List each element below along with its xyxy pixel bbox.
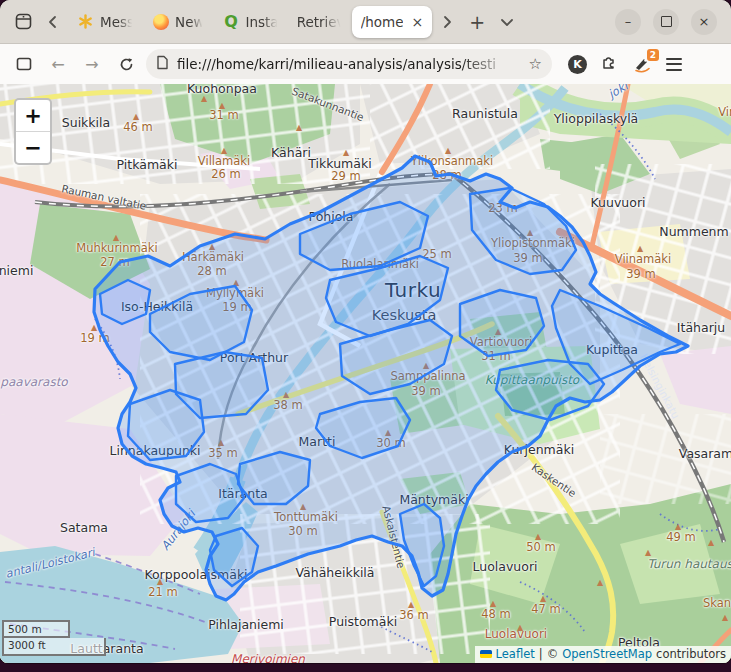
url-bar[interactable]: file:///home/karri/milieau-analysis/anal… — [146, 49, 552, 79]
extensions-area: K 2 — [558, 53, 686, 75]
map-label: Luolavuori — [485, 627, 547, 641]
map-label: 19 m — [222, 300, 252, 314]
map-label: 29 m — [331, 169, 361, 183]
map-label: 50 m — [526, 540, 556, 554]
map-label: 31 m — [209, 108, 239, 122]
map-label: 21 m — [148, 585, 178, 599]
firefox-view-icon[interactable] — [8, 7, 38, 37]
tab-label: /home — [361, 14, 404, 30]
forward-button[interactable]: → — [78, 50, 106, 78]
map-label: Kuuvuori — [591, 195, 646, 210]
map-label: Satakunnantie — [290, 85, 365, 123]
tab-close-icon[interactable]: × — [411, 15, 423, 29]
extension-badge: 2 — [647, 49, 659, 61]
tab-label: Retrievin — [297, 14, 343, 30]
map-label: Vasaram — [679, 446, 731, 461]
menu-icon[interactable] — [666, 58, 682, 71]
leaflet-map[interactable]: KuohonpaaSuikkila46 m31 mPitkämäkiVillam… — [0, 84, 731, 663]
list-tabs-icon[interactable] — [492, 7, 522, 37]
peak-icon: ▲ — [722, 613, 728, 622]
scale-control: 500 m 3000 ft — [2, 620, 106, 656]
map-label: Vartiovuori — [470, 335, 533, 349]
tab-messages[interactable]: Mess — [68, 6, 143, 38]
leaflet-link[interactable]: Leaflet — [496, 647, 535, 661]
back-button[interactable]: ← — [44, 50, 72, 78]
attribution-separator: | — [539, 647, 543, 661]
peak-icon: ▲ — [133, 112, 139, 121]
map-label: Turku — [385, 278, 441, 302]
map-label: antali/Loistokari — [4, 545, 96, 581]
map-label: 47 m — [531, 602, 561, 616]
reload-button[interactable] — [112, 50, 140, 78]
analysis-polygon-overlay — [0, 84, 731, 663]
peak-icon: ▲ — [218, 438, 224, 447]
peak-icon: ▲ — [209, 242, 215, 251]
map-label: 30 m — [288, 524, 318, 538]
peak-icon: ▲ — [296, 123, 302, 132]
attribution-control: Leaflet | © OpenStreetMap contributors — [475, 646, 731, 663]
map-label: Villamäki — [198, 154, 250, 168]
map-label: Itäranta — [218, 486, 268, 501]
tab-retrieving[interactable]: Retrievin — [288, 6, 352, 38]
map-label: Yliopistonmäki — [491, 236, 575, 250]
map-label: Pihlajaniemi — [208, 617, 284, 632]
url-text[interactable]: file:///home/karri/milieau-analysis/anal… — [177, 56, 521, 72]
map-label: 38 m — [273, 398, 303, 412]
peak-icon: ▲ — [445, 146, 451, 155]
map-label: Viinamäki — [615, 252, 671, 266]
map-label: joki — [606, 84, 630, 101]
map-label: Vir — [718, 105, 731, 119]
map-label: Ylikonsanmaki — [411, 154, 493, 168]
navigation-toolbar: ← → file:///home/karri/milieau-analysis/… — [0, 44, 731, 84]
map-label: Merivoimien — [231, 652, 305, 663]
asterisk-icon — [77, 13, 94, 30]
openstreetmap-link[interactable]: OpenStreetMap — [562, 647, 652, 661]
map-label: Port Arthur — [220, 350, 288, 365]
map-label: Iso-Heikkilä — [121, 299, 193, 314]
peak-icon: ▲ — [490, 599, 496, 608]
map-label: 35 m — [208, 446, 238, 460]
map-label: Muhkurinmäki — [76, 241, 157, 255]
zoom-in-button[interactable]: + — [16, 100, 50, 132]
map-label: Askaistentie — [380, 504, 407, 569]
ukraine-flag-icon — [480, 650, 492, 658]
peak-icon: ▲ — [535, 532, 541, 541]
map-label: 26 m — [211, 167, 241, 181]
tab-qgis[interactable]: Q Insta — [213, 6, 287, 38]
peak-icon: ▲ — [219, 101, 225, 110]
map-label: Pohjola — [309, 209, 354, 224]
map-label: Nummenm — [659, 224, 728, 239]
bookmark-star-icon[interactable]: ☆ — [529, 55, 542, 73]
extensions-puzzle-icon[interactable] — [600, 53, 618, 75]
maximize-button[interactable] — [653, 9, 679, 35]
peak-icon: ▲ — [517, 623, 523, 632]
new-tab-button[interactable]: + — [462, 7, 492, 37]
map-label: 49 m — [666, 530, 696, 544]
attribution-contributors: contributors — [656, 647, 726, 661]
minimize-button[interactable]: – — [615, 9, 641, 35]
scale-metric: 500 m — [2, 620, 70, 638]
peak-icon: ▲ — [645, 548, 651, 557]
keepassxc-icon[interactable]: K — [568, 55, 587, 74]
map-label: Myllymäki — [206, 286, 264, 300]
map-label: Turun hautaus — [647, 557, 731, 571]
map-label: Linnakaupunki — [109, 443, 200, 458]
map-label: Suikkila — [62, 115, 110, 130]
scroll-tabs-right-icon[interactable] — [432, 7, 462, 37]
map-label: Martti — [299, 434, 336, 449]
sidebar-toggle-icon[interactable] — [10, 50, 38, 78]
map-label: 28 m — [432, 168, 462, 182]
zoom-out-button[interactable]: − — [16, 132, 50, 163]
peak-icon: ▲ — [283, 390, 289, 399]
map-label: Luolavuori — [472, 559, 537, 574]
peak-icon: ▲ — [343, 148, 349, 157]
close-button[interactable]: × — [691, 9, 717, 35]
tab-label: Insta — [245, 14, 278, 30]
tab-label: Mess — [100, 14, 134, 30]
map-label: Ruolalanmäki — [341, 257, 419, 271]
browser-window: Mess New Q Insta Retrievin /home × + — [0, 0, 731, 663]
tab-new[interactable]: New — [143, 6, 213, 38]
scroll-tabs-left-icon[interactable] — [38, 7, 68, 37]
pen-extension-icon[interactable]: 2 — [631, 53, 653, 75]
tab-home-active[interactable]: /home × — [352, 6, 433, 38]
